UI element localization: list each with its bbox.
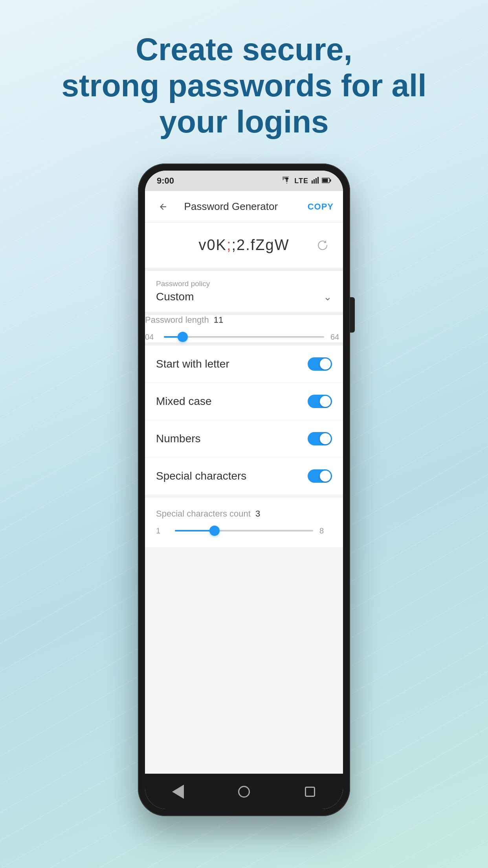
policy-label: Password policy <box>156 280 332 288</box>
special-count-label-row: Special characters count 3 <box>156 509 332 519</box>
special-count-thumb[interactable] <box>209 526 220 536</box>
special-count-value: 3 <box>255 509 260 519</box>
length-track <box>164 336 324 338</box>
phone-frame: 9:00 LTE <box>138 164 350 816</box>
toggle-knob-special-characters <box>320 471 331 482</box>
signal-icon <box>312 177 319 186</box>
toggle-row-special-characters: Special characters <box>145 458 343 495</box>
svg-rect-6 <box>330 179 331 182</box>
toggle-row-mixed-case: Mixed case <box>145 383 343 420</box>
special-count-label: Special characters count <box>156 509 251 519</box>
copy-button[interactable]: COPY <box>308 202 334 212</box>
toggle-start-with-letter[interactable] <box>308 357 332 371</box>
toggle-mixed-case[interactable] <box>308 395 332 408</box>
generated-password: v0K;;2.fZgW <box>156 237 332 254</box>
svg-rect-2 <box>316 178 317 184</box>
toggle-row-numbers: Numbers <box>145 420 343 458</box>
scroll-content[interactable]: Password policy Custom ⌄ Password length… <box>145 271 343 774</box>
password-display-area: v0K;;2.fZgW <box>145 223 343 271</box>
length-label: Password length <box>145 315 209 325</box>
length-min: 04 <box>145 333 158 342</box>
length-slider-row[interactable]: 04 64 <box>145 331 343 342</box>
status-time: 9:00 <box>157 176 174 186</box>
phone-mockup: 9:00 LTE <box>138 164 350 816</box>
toggle-knob-numbers <box>320 433 331 444</box>
toggle-label-mixed-case: Mixed case <box>156 395 212 408</box>
special-count-section: Special characters count 3 1 8 <box>145 498 343 547</box>
toggles-section: Start with letter Mixed case Numbers <box>145 346 343 495</box>
nav-recents-button[interactable] <box>298 780 322 804</box>
nav-back-button[interactable] <box>166 780 190 804</box>
bottom-nav <box>145 774 343 809</box>
svg-rect-3 <box>317 177 319 184</box>
refresh-button[interactable] <box>313 236 332 255</box>
length-thumb[interactable] <box>178 332 188 342</box>
special-count-slider-row[interactable]: 1 8 <box>156 525 332 536</box>
policy-value: Custom <box>156 291 194 303</box>
length-label-row: Password length 11 <box>145 315 343 325</box>
svg-rect-5 <box>323 178 328 182</box>
headline-section: Create secure, strong passwords for all … <box>38 31 450 140</box>
special-count-max: 8 <box>319 526 332 535</box>
wifi-icon <box>283 177 291 186</box>
toggle-row-start-with-letter: Start with letter <box>145 346 343 383</box>
special-count-slider[interactable] <box>175 525 313 536</box>
headline-text: Create secure, strong passwords for all … <box>61 31 426 140</box>
svg-rect-1 <box>314 179 315 184</box>
status-icons: LTE <box>283 177 331 186</box>
recents-square-icon <box>305 787 315 797</box>
toggle-knob-start-with-letter <box>320 359 331 370</box>
toggle-label-special-characters: Special characters <box>156 470 246 482</box>
policy-row[interactable]: Custom ⌄ <box>156 291 332 303</box>
home-circle-icon <box>238 786 250 798</box>
back-triangle-icon <box>172 785 184 799</box>
nav-home-button[interactable] <box>232 780 256 804</box>
special-count-track <box>175 530 313 531</box>
chevron-down-icon[interactable]: ⌄ <box>323 291 332 303</box>
password-length-section: Password length 11 04 64 <box>145 315 343 346</box>
app-bar: Password Generator COPY <box>145 191 343 223</box>
toggle-special-characters[interactable] <box>308 469 332 483</box>
svg-rect-0 <box>312 180 313 184</box>
status-bar: 9:00 LTE <box>145 171 343 191</box>
app-bar-title: Password Generator <box>154 200 308 213</box>
toggle-label-start-with-letter: Start with letter <box>156 358 229 370</box>
length-value: 11 <box>214 315 223 325</box>
special-count-fill <box>175 530 215 531</box>
length-slider[interactable] <box>164 331 324 342</box>
special-count-min: 1 <box>156 526 169 535</box>
toggle-numbers[interactable] <box>308 432 332 445</box>
battery-icon <box>322 177 331 185</box>
phone-screen: 9:00 LTE <box>145 171 343 809</box>
toggle-knob-mixed-case <box>320 396 331 407</box>
policy-section[interactable]: Password policy Custom ⌄ <box>145 271 343 315</box>
lte-label: LTE <box>294 177 308 185</box>
length-max: 64 <box>330 333 343 342</box>
toggle-label-numbers: Numbers <box>156 432 201 445</box>
